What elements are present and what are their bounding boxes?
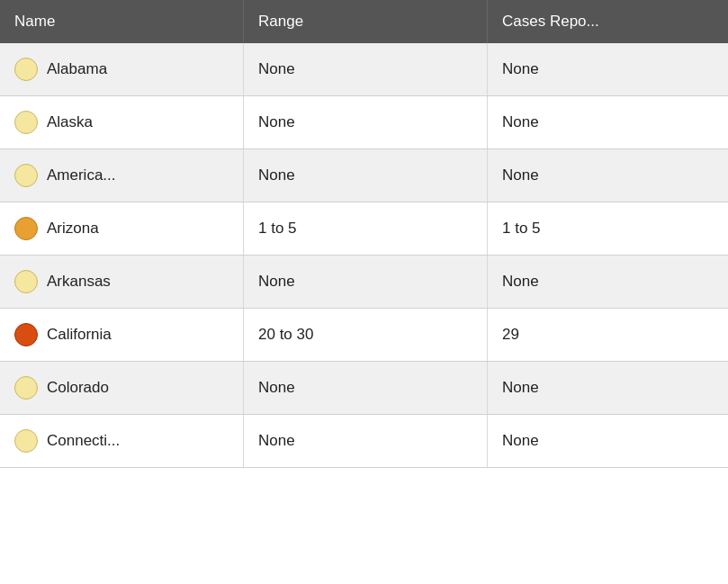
cell-cases: 1 to 5 [488, 202, 728, 255]
row-range-label: 1 to 5 [258, 220, 297, 238]
table-row[interactable]: Colorado None None [0, 362, 728, 415]
row-cases-label: None [502, 379, 539, 397]
cell-name: America... [0, 149, 244, 202]
cell-name: California [0, 309, 244, 361]
cell-cases: None [488, 149, 728, 202]
dot-icon [14, 58, 38, 81]
cell-range: None [244, 256, 488, 308]
cell-name: Alabama [0, 43, 244, 95]
row-cases-label: None [502, 166, 539, 184]
cell-range: 20 to 30 [244, 309, 488, 361]
row-range-label: None [258, 432, 295, 450]
table-row[interactable]: Arizona 1 to 5 1 to 5 [0, 202, 728, 256]
cell-range: None [244, 96, 488, 148]
cell-range: 1 to 5 [244, 202, 488, 255]
table-row[interactable]: Alaska None None [0, 96, 728, 149]
table-header: Name Range Cases Repo... [0, 0, 728, 43]
dot-icon [14, 111, 38, 134]
cell-range: None [244, 415, 488, 467]
row-name-label: Arizona [47, 220, 99, 238]
header-name: Name [0, 0, 244, 43]
row-cases-label: None [502, 113, 539, 131]
row-name-label: California [47, 326, 112, 344]
row-name-label: America... [47, 166, 116, 184]
table-row[interactable]: Connecti... None None [0, 415, 728, 468]
row-cases-label: None [502, 432, 539, 450]
table-row[interactable]: America... None None [0, 149, 728, 202]
cell-cases: None [488, 256, 728, 308]
row-name-label: Colorado [47, 379, 109, 397]
cell-name: Arizona [0, 202, 244, 255]
dot-icon [14, 323, 38, 346]
row-range-label: None [258, 379, 295, 397]
dot-icon [14, 217, 38, 240]
row-name-label: Alaska [47, 113, 93, 131]
cell-range: None [244, 362, 488, 414]
row-cases-label: 1 to 5 [502, 220, 541, 238]
cell-name: Colorado [0, 362, 244, 414]
row-range-label: None [258, 113, 295, 131]
cell-range: None [244, 43, 488, 95]
dot-icon [14, 376, 38, 400]
header-range: Range [244, 0, 488, 43]
table-row[interactable]: Arkansas None None [0, 256, 728, 309]
cell-name: Arkansas [0, 256, 244, 308]
cell-range: None [244, 149, 488, 202]
cell-name: Alaska [0, 96, 244, 148]
table-body: Alabama None None Alaska None None Ameri [0, 43, 728, 468]
table-row[interactable]: California 20 to 30 29 [0, 309, 728, 362]
dot-icon [14, 429, 38, 453]
row-cases-label: None [502, 60, 539, 78]
cell-cases: None [488, 43, 728, 95]
dot-icon [14, 270, 38, 293]
row-cases-label: 29 [502, 326, 519, 344]
row-name-label: Connecti... [47, 432, 120, 450]
dot-icon [14, 164, 38, 187]
row-range-label: None [258, 273, 295, 291]
row-cases-label: None [502, 273, 539, 291]
row-name-label: Alabama [47, 60, 107, 78]
row-range-label: None [258, 166, 295, 184]
cell-name: Connecti... [0, 415, 244, 467]
cell-cases: None [488, 415, 728, 467]
data-table: Name Range Cases Repo... Alabama None No… [0, 0, 728, 468]
header-cases: Cases Repo... [488, 0, 728, 43]
cell-cases: None [488, 362, 728, 414]
row-name-label: Arkansas [47, 273, 111, 291]
row-range-label: 20 to 30 [258, 326, 313, 344]
row-range-label: None [258, 60, 295, 78]
table-row[interactable]: Alabama None None [0, 43, 728, 96]
cell-cases: 29 [488, 309, 728, 361]
cell-cases: None [488, 96, 728, 148]
